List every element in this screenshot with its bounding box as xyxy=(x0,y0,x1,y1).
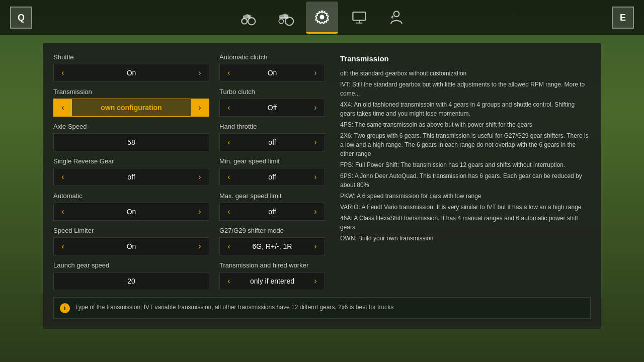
g27-value: 6G, R+/-, 1R xyxy=(238,242,306,250)
trans-worker-group: Transmission and hired worker ‹ only if … xyxy=(219,261,325,290)
shuttle-control: ‹ On › xyxy=(53,64,209,82)
auto-clutch-prev-btn[interactable]: ‹ xyxy=(220,64,238,81)
transmission-group: Transmission ‹ own configuration › xyxy=(53,88,209,117)
axle-speed-label: Axle Speed xyxy=(53,123,209,130)
nav-settings[interactable] xyxy=(306,2,338,34)
min-gear-label: Min. gear speed limit xyxy=(219,157,325,165)
turbo-clutch-label: Turbo clutch xyxy=(219,88,325,96)
launch-gear-value: 20 xyxy=(53,272,209,290)
shuttle-next-btn[interactable]: › xyxy=(191,64,209,81)
info-text: Type of the transmission; IVT variable t… xyxy=(75,303,393,312)
left-column: Shuttle ‹ On › Transmission ‹ own config… xyxy=(53,53,209,291)
e-button[interactable]: E xyxy=(612,7,634,29)
svg-point-1 xyxy=(248,18,255,25)
min-gear-control: ‹ off › xyxy=(219,168,325,186)
automatic-group: Automatic ‹ On › xyxy=(53,192,209,221)
single-reverse-label: Single Reverse Gear xyxy=(53,157,209,165)
max-gear-value: off xyxy=(238,208,306,216)
svg-point-7 xyxy=(320,15,325,19)
hand-throttle-value: off xyxy=(238,138,306,146)
auto-clutch-value: On xyxy=(238,69,306,77)
automatic-control: ‹ On › xyxy=(53,203,209,221)
svg-rect-8 xyxy=(353,12,365,20)
nav-large-vehicle[interactable] xyxy=(269,2,301,34)
launch-gear-label: Launch gear speed xyxy=(53,261,209,269)
transmission-label: Transmission xyxy=(53,88,209,96)
turbo-clutch-value: Off xyxy=(238,104,306,112)
info-bar: i Type of the transmission; IVT variable… xyxy=(53,297,591,319)
nav-small-vehicle[interactable] xyxy=(231,2,264,34)
single-reverse-value: off xyxy=(72,173,191,181)
transmission-value: own configuration xyxy=(72,104,191,112)
hand-throttle-next-btn[interactable]: › xyxy=(306,134,325,151)
svg-point-3 xyxy=(279,19,283,24)
nav-icons xyxy=(231,2,413,34)
min-gear-next-btn[interactable]: › xyxy=(306,168,325,186)
g27-control: ‹ 6G, R+/-, 1R › xyxy=(219,237,325,255)
auto-clutch-label: Automatic clutch xyxy=(219,53,325,61)
svg-rect-2 xyxy=(248,15,251,18)
speed-limiter-label: Speed Limiter xyxy=(53,227,209,234)
trans-worker-label: Transmission and hired worker xyxy=(219,261,325,269)
auto-clutch-group: Automatic clutch ‹ On › xyxy=(219,53,325,82)
turbo-clutch-group: Turbo clutch ‹ Off › xyxy=(219,88,325,117)
launch-gear-group: Launch gear speed 20 xyxy=(53,261,209,290)
info-icon: i xyxy=(60,303,70,313)
single-reverse-group: Single Reverse Gear ‹ off › xyxy=(53,157,209,186)
info-title: Transmission xyxy=(340,53,591,65)
shuttle-prev-btn[interactable]: ‹ xyxy=(54,64,72,81)
nav-monitor[interactable] xyxy=(343,2,375,34)
single-reverse-next-btn[interactable]: › xyxy=(191,168,209,186)
mid-column: Automatic clutch ‹ On › Turbo clutch ‹ O… xyxy=(219,53,325,291)
trans-worker-value: only if entered xyxy=(238,277,306,285)
turbo-clutch-next-btn[interactable]: › xyxy=(306,99,325,116)
auto-clutch-next-btn[interactable]: › xyxy=(306,64,325,81)
single-reverse-prev-btn[interactable]: ‹ xyxy=(54,168,72,186)
shuttle-value: On xyxy=(72,69,191,77)
g27-prev-btn[interactable]: ‹ xyxy=(220,238,238,255)
single-reverse-control: ‹ off › xyxy=(53,168,209,186)
speed-limiter-next-btn[interactable]: › xyxy=(191,238,209,255)
shuttle-label: Shuttle xyxy=(53,53,209,61)
max-gear-control: ‹ off › xyxy=(219,203,325,221)
transmission-control: ‹ own configuration › xyxy=(53,99,209,117)
topbar: Q xyxy=(0,0,644,35)
min-gear-group: Min. gear speed limit ‹ off › xyxy=(219,157,325,186)
max-gear-next-btn[interactable]: › xyxy=(306,203,325,220)
automatic-next-btn[interactable]: › xyxy=(191,203,209,220)
g27-label: G27/G29 shifter mode xyxy=(219,227,325,234)
turbo-clutch-prev-btn[interactable]: ‹ xyxy=(220,99,238,116)
g27-group: G27/G29 shifter mode ‹ 6G, R+/-, 1R › xyxy=(219,227,325,255)
speed-limiter-value: On xyxy=(72,242,191,250)
min-gear-prev-btn[interactable]: ‹ xyxy=(220,168,238,186)
hand-throttle-prev-btn[interactable]: ‹ xyxy=(220,134,238,151)
speed-limiter-prev-btn[interactable]: ‹ xyxy=(54,238,72,255)
q-button[interactable]: Q xyxy=(10,7,32,29)
automatic-prev-btn[interactable]: ‹ xyxy=(54,203,72,220)
nav-worker[interactable] xyxy=(380,2,413,34)
speed-limiter-control: ‹ On › xyxy=(53,237,209,255)
turbo-clutch-control: ‹ Off › xyxy=(219,99,325,117)
hand-throttle-control: ‹ off › xyxy=(219,133,325,151)
auto-clutch-control: ‹ On › xyxy=(219,64,325,82)
automatic-value: On xyxy=(72,208,191,216)
trans-worker-next-btn[interactable]: › xyxy=(306,273,325,290)
max-gear-label: Max. gear speed limit xyxy=(219,192,325,200)
trans-worker-prev-btn[interactable]: ‹ xyxy=(220,273,238,290)
axle-speed-group: Axle Speed 58 xyxy=(53,123,209,151)
automatic-label: Automatic xyxy=(53,192,209,200)
svg-rect-5 xyxy=(284,15,288,18)
max-gear-prev-btn[interactable]: ‹ xyxy=(220,203,238,220)
transmission-next-btn[interactable]: › xyxy=(191,99,209,116)
hand-throttle-group: Hand throttle ‹ off › xyxy=(219,123,325,151)
info-description: off: the standard gearbox without custom… xyxy=(340,69,591,243)
g27-next-btn[interactable]: › xyxy=(306,238,325,255)
transmission-prev-btn[interactable]: ‹ xyxy=(54,99,72,116)
svg-point-11 xyxy=(394,11,399,17)
svg-point-0 xyxy=(242,19,247,24)
shuttle-group: Shuttle ‹ On › xyxy=(53,53,209,82)
main-panel: Shuttle ‹ On › Transmission ‹ own config… xyxy=(43,43,601,329)
min-gear-value: off xyxy=(238,173,306,181)
trans-worker-control: ‹ only if entered › xyxy=(219,272,325,290)
content-area: Shuttle ‹ On › Transmission ‹ own config… xyxy=(53,53,591,291)
